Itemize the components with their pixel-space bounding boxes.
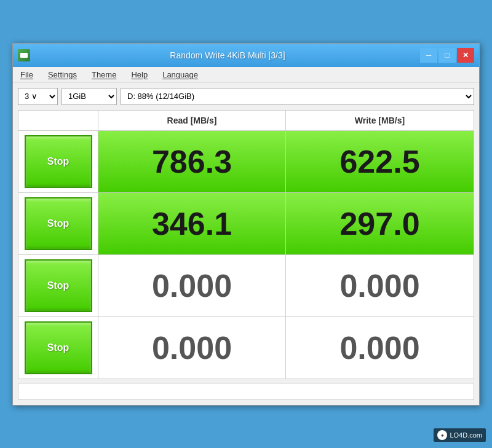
maximize-button[interactable]: □ [438,48,456,63]
status-bar [18,383,474,400]
toolbar: 3 ∨ 1GiB 512MiB 2GiB 4GiB D: 88% (12/14G… [18,88,474,105]
read-text-3: 0.000 [152,267,232,304]
stop-cell-4: Stop [18,317,98,379]
drive-select[interactable]: D: 88% (12/14GiB) C: 50% (60/120GiB) [121,88,474,105]
window-title: Random Write 4KiB Multi [3/3] [35,50,420,60]
table-row: Stop 786.3 622.5 [18,131,474,193]
stop-button-1[interactable]: Stop [25,135,92,188]
read-value-1: 786.3 [98,131,286,192]
menu-language[interactable]: Language [160,69,200,81]
table-row: Stop 346.1 297.0 [18,193,474,255]
watermark-icon: ● [437,430,447,440]
read-text-1: 786.3 [152,143,232,180]
minimize-button[interactable]: ─ [420,48,437,63]
watermark-text: LO4D.com [450,431,482,439]
write-value-1: 622.5 [286,131,474,192]
window-controls: ─ □ ✕ [420,48,474,63]
header-read: Read [MB/s] [98,111,286,130]
close-button[interactable]: ✕ [457,48,474,63]
header-empty [18,111,98,130]
menu-help[interactable]: Help [129,69,150,81]
stop-button-3[interactable]: Stop [25,259,92,312]
write-text-2: 297.0 [339,205,419,242]
table-row: Stop 0.000 0.000 [18,317,474,379]
read-value-2: 346.1 [98,193,286,254]
header-write: Write [MB/s] [286,111,474,130]
stop-button-4[interactable]: Stop [25,321,92,374]
menu-settings[interactable]: Settings [46,69,79,81]
write-value-2: 297.0 [286,193,474,254]
size-select[interactable]: 1GiB 512MiB 2GiB 4GiB [62,88,117,105]
read-value-4: 0.000 [98,317,286,379]
grid-header: Read [MB/s] Write [MB/s] [18,111,474,131]
watermark: ● LO4D.com [434,428,486,442]
write-text-3: 0.000 [339,267,419,304]
write-text-1: 622.5 [339,143,419,180]
app-icon [18,49,30,61]
menu-bar: File Settings Theme Help Language [13,67,479,83]
write-text-4: 0.000 [339,329,419,366]
stop-cell-1: Stop [18,131,98,192]
menu-file[interactable]: File [18,69,36,81]
read-value-3: 0.000 [98,255,286,316]
menu-theme[interactable]: Theme [89,69,119,81]
read-text-4: 0.000 [152,329,232,366]
queue-select[interactable]: 3 ∨ [18,88,58,105]
write-value-3: 0.000 [286,255,474,316]
stop-cell-2: Stop [18,193,98,254]
table-row: Stop 0.000 0.000 [18,255,474,317]
main-window: Random Write 4KiB Multi [3/3] ─ □ ✕ File… [12,43,480,406]
data-grid: Read [MB/s] Write [MB/s] Stop 786.3 622.… [18,110,474,379]
read-text-2: 346.1 [152,205,232,242]
title-bar: Random Write 4KiB Multi [3/3] ─ □ ✕ [13,44,479,67]
content-area: 3 ∨ 1GiB 512MiB 2GiB 4GiB D: 88% (12/14G… [13,83,479,405]
write-value-4: 0.000 [286,317,474,379]
stop-button-2[interactable]: Stop [25,197,92,250]
stop-cell-3: Stop [18,255,98,316]
